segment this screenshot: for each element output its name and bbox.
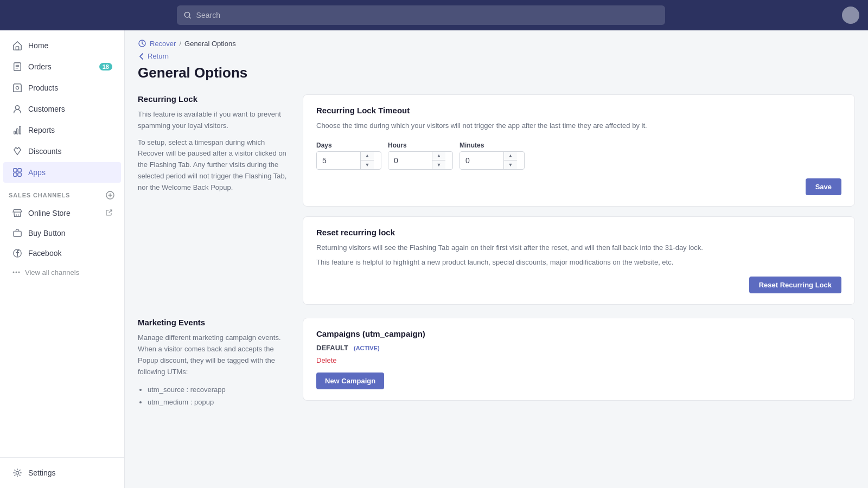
breadcrumb-sep: / [179,40,181,48]
sidebar-item-home[interactable]: Home [3,35,121,56]
sidebar-item-reports[interactable]: Reports [3,120,121,140]
svg-rect-7 [20,126,21,134]
sidebar-item-products-label: Products [28,84,58,92]
sidebar-item-apps[interactable]: Apps [3,162,121,183]
hours-input[interactable] [388,152,432,169]
sidebar-item-orders[interactable]: Orders 18 [3,56,121,77]
campaigns-card-title: Campaigns (utm_campaign) [316,329,841,338]
utm-item-0: utm_source : recoverapp [148,383,290,396]
days-input-wrap[interactable]: ▲ ▼ [316,151,381,170]
view-all-channels[interactable]: View all channels [3,264,121,281]
active-badge: (ACTIVE) [354,345,380,351]
save-button[interactable]: Save [806,178,841,195]
hours-input-wrap[interactable]: ▲ ▼ [388,151,453,170]
sidebar-channel-buy-button[interactable]: Buy Button [3,223,121,243]
svg-rect-1 [16,47,18,50]
utm-list: utm_source : recoverapp utm_medium : pop… [138,383,290,409]
home-icon [12,40,23,51]
chevron-left-icon [138,53,145,60]
sidebar-item-discounts-label: Discounts [28,147,61,156]
reset-card-title: Reset recurring lock [316,228,841,237]
sidebar-item-settings-label: Settings [28,468,56,477]
add-channel-icon[interactable] [105,190,116,201]
hours-increment[interactable]: ▲ [432,152,445,160]
breadcrumb-parent[interactable]: Recover [150,40,176,48]
svg-point-13 [16,215,17,216]
svg-rect-15 [14,231,21,236]
marketing-events-desc-text: Manage different marketing campaign even… [138,332,290,377]
svg-rect-8 [14,169,17,172]
sidebar-item-orders-label: Orders [28,62,52,71]
svg-rect-6 [17,129,18,134]
reset-card-desc2: This feature is helpful to highlight a n… [316,257,841,268]
sidebar-channel-facebook[interactable]: Facebook [3,243,121,263]
recurring-lock-section: Recurring Lock This feature is available… [138,94,855,305]
svg-point-17 [13,272,15,273]
svg-point-3 [16,86,18,89]
timeout-card-desc: Choose the time during which your visito… [316,120,841,132]
orders-icon [12,61,23,72]
sidebar-item-discounts[interactable]: Discounts [3,141,121,162]
discounts-icon [12,146,23,157]
orders-badge: 18 [99,63,112,70]
sidebar-item-customers[interactable]: Customers [3,99,121,119]
default-campaign-row: DEFAULT (ACTIVE) [316,344,841,352]
svg-point-19 [18,272,20,273]
external-link-icon[interactable] [106,209,112,217]
new-campaign-button[interactable]: New Campaign [316,373,384,389]
recover-icon [138,39,146,48]
buy-button-label: Buy Button [28,229,66,237]
marketing-events-title: Marketing Events [138,318,290,327]
minutes-input-wrap[interactable]: ▲ ▼ [459,151,525,170]
days-input[interactable] [317,152,360,169]
recurring-lock-timeout-card: Recurring Lock Timeout Choose the time d… [303,94,855,207]
hours-decrement[interactable]: ▼ [432,160,445,169]
online-store-label: Online Store [28,209,71,217]
minutes-label: Minutes [459,142,525,149]
default-campaign-name: DEFAULT [316,344,348,352]
sidebar-item-customers-label: Customers [28,105,65,113]
ellipsis-icon [12,268,21,277]
reset-recurring-lock-card: Reset recurring lock Returning visitors … [303,216,855,305]
days-decrement[interactable]: ▼ [361,160,374,169]
timeout-card-title: Recurring Lock Timeout [316,106,841,115]
hours-label: Hours [388,142,453,149]
reset-card-desc1: Returning visitors will see the Flashing… [316,242,841,254]
sidebar-item-settings[interactable]: Settings [3,463,121,483]
recurring-lock-desc1: This feature is available if you want to… [138,109,290,132]
svg-rect-10 [14,173,17,176]
utm-item-1: utm_medium : popup [148,396,290,408]
topbar [0,0,868,30]
campaigns-card: Campaigns (utm_campaign) DEFAULT (ACTIVE… [303,318,855,401]
svg-rect-5 [14,131,16,134]
delete-campaign-link[interactable]: Delete [316,356,337,364]
days-label: Days [316,142,381,149]
search-bar[interactable] [177,5,665,25]
recurring-lock-title: Recurring Lock [138,94,290,104]
breadcrumb: Recover / General Options [125,30,868,52]
minutes-increment[interactable]: ▲ [504,152,517,160]
svg-point-20 [16,471,18,474]
sales-channels-section: SALES CHANNELS [0,183,124,203]
recurring-lock-desc2: To setup, select a timespan during which… [138,137,290,194]
svg-point-4 [15,106,19,110]
back-link[interactable]: Return [138,52,855,60]
main-content: Recover / General Options Return General… [125,30,868,488]
svg-point-18 [16,272,17,273]
buy-button-icon [12,228,23,239]
sidebar-channel-online-store[interactable]: Online Store [3,203,121,223]
sidebar-item-apps-label: Apps [28,168,46,177]
sidebar-item-products[interactable]: Products [3,78,121,98]
avatar [842,7,859,24]
sidebar-item-reports-label: Reports [28,126,55,134]
sidebar-item-home-label: Home [28,41,48,50]
minutes-input[interactable] [460,152,503,169]
products-icon [12,82,23,93]
marketing-events-desc: Marketing Events Manage different market… [138,318,290,408]
search-input[interactable] [196,11,659,20]
reset-recurring-lock-button[interactable]: Reset Recurring Lock [749,277,841,293]
view-all-label: View all channels [25,268,79,277]
customers-icon [12,104,23,114]
minutes-decrement[interactable]: ▼ [504,160,517,169]
days-increment[interactable]: ▲ [361,152,374,160]
